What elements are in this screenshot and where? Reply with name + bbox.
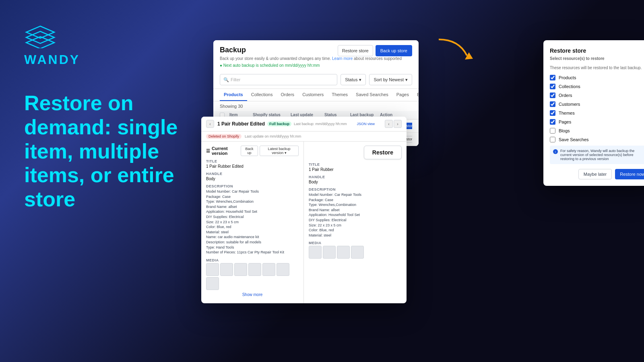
next-button[interactable]: › <box>394 120 402 128</box>
collections-label: Collections <box>559 84 580 89</box>
current-version-title: ☰ Current version <box>206 146 241 156</box>
left-title-value: 1 Pair Rubber Edited <box>206 164 299 169</box>
collections-checkbox[interactable] <box>550 84 555 89</box>
resource-save-searches: Save Searches <box>550 137 644 142</box>
tab-customers[interactable]: Customers <box>298 89 328 101</box>
restore-store-button[interactable]: Restore store <box>338 45 373 56</box>
right-panel: Backup Restore store Back up store Back … <box>201 0 644 362</box>
backup-subtitle: Back up your store easily & undo unwante… <box>220 56 412 61</box>
detail-subheader: Deleted on Shopify Last update on mm/dd/… <box>201 132 407 142</box>
compare-grid: ☰ Current version Back up Latest backup … <box>201 142 407 303</box>
json-view-button[interactable]: JSON view <box>357 122 375 126</box>
table-showing: Showing 30 <box>213 101 419 111</box>
backup-this-btn[interactable]: Back up <box>241 146 258 156</box>
current-version-header: ☰ Current version Back up Latest backup … <box>206 146 299 156</box>
restore-now-button[interactable]: Restore now <box>615 169 644 179</box>
modal-close-button[interactable]: ✕ <box>642 47 644 55</box>
curved-arrow <box>435 35 475 68</box>
show-more-link[interactable]: Show more <box>206 290 299 299</box>
left-panel: WANDY Restore on demand: single item, mu… <box>0 0 221 362</box>
media-thumb <box>277 263 289 276</box>
detail-title: 1 Pair Rubber Edited <box>217 121 265 127</box>
resource-pages: Pages <box>550 119 644 125</box>
modal-footer: Maybe later Restore now <box>550 169 644 179</box>
media-thumb <box>309 246 322 259</box>
modal-title: Restore store <box>550 47 586 54</box>
detail-last-backup: Last backup: mm/dd/yyyy hh:mm <box>294 122 347 126</box>
right-description-label: DESCRIPTION <box>309 187 402 191</box>
status-dropdown[interactable]: Status ▾ <box>341 74 366 85</box>
tab-products[interactable]: Products <box>220 89 247 101</box>
maybe-later-button[interactable]: Maybe later <box>578 169 612 179</box>
left-title-label: TITLE <box>206 159 299 163</box>
right-handle-label: HANDLE <box>309 175 402 179</box>
svg-marker-1 <box>26 31 54 43</box>
sort-dropdown[interactable]: Sort by Newest ▾ <box>369 74 412 85</box>
media-thumb <box>234 263 247 276</box>
media-thumb <box>206 263 219 276</box>
tabs-row: Products Collections Orders Customers Th… <box>213 89 419 101</box>
prev-button[interactable]: ‹ <box>385 120 393 128</box>
nav-buttons: ‹ › <box>385 120 402 128</box>
wandy-logo-icon <box>24 24 56 48</box>
left-description-value: Model Number: Car Repair Tools Package: … <box>206 189 299 255</box>
filter-input[interactable]: 🔍 Filter <box>220 74 337 85</box>
media-thumb <box>351 246 364 259</box>
left-media-grid <box>206 263 299 290</box>
backup-version-header: Restore <box>309 146 402 159</box>
products-checkbox[interactable] <box>550 75 555 80</box>
customers-checkbox[interactable] <box>550 101 555 107</box>
left-handle-label: HANDLE <box>206 172 299 176</box>
detail-window: ‹ 1 Pair Rubber Edited Full backup Last … <box>201 117 407 303</box>
blogs-checkbox[interactable] <box>550 128 555 134</box>
hero-text: Restore on demand: single item, multiple… <box>24 91 197 212</box>
tab-themes[interactable]: Themes <box>328 89 352 101</box>
media-thumb <box>206 277 219 290</box>
backup-store-button[interactable]: Back up store <box>376 45 412 56</box>
themes-label: Themes <box>559 111 575 115</box>
products-label: Products <box>559 75 576 80</box>
last-update-text: Last update on mm/dd/yyyy hh:mm <box>245 134 301 138</box>
right-title-label: TITLE <box>309 162 402 167</box>
themes-checkbox[interactable] <box>550 110 555 116</box>
right-handle-value: Body <box>309 180 402 184</box>
latest-backup-btn[interactable]: Latest backup version ▾ <box>260 146 299 156</box>
resource-orders: Orders <box>550 93 644 98</box>
customers-label: Customers <box>559 102 580 107</box>
restore-store-modal: Restore store ✕ Select resource(s) to re… <box>543 40 644 186</box>
backup-window-title: Backup <box>220 46 246 54</box>
next-backup-info: ● Next auto backup is scheduled on mm/dd… <box>220 63 412 68</box>
resource-customers: Customers <box>550 101 644 107</box>
orders-label: Orders <box>559 93 572 98</box>
tab-pages[interactable]: Pages <box>392 89 413 101</box>
left-handle-value: Body <box>206 177 299 181</box>
orders-checkbox[interactable] <box>550 93 555 98</box>
left-media-label: MEDIA <box>206 258 299 262</box>
current-version-actions: Back up Latest backup version ▾ <box>241 146 299 156</box>
left-description-label: DESCRIPTION <box>206 184 299 188</box>
pages-checkbox[interactable] <box>550 119 555 125</box>
detail-header: ‹ 1 Pair Rubber Edited Full backup Last … <box>201 117 407 132</box>
media-thumb <box>248 263 261 276</box>
restore-big-button[interactable]: Restore <box>364 146 402 159</box>
blogs-label: Blogs <box>559 128 570 133</box>
right-media-label: MEDIA <box>309 241 402 245</box>
modal-description: These resources will be restored to the … <box>550 66 644 70</box>
tab-collections[interactable]: Collections <box>247 89 277 101</box>
tab-blogs[interactable]: Blogs <box>413 89 419 101</box>
window-toolbar: 🔍 Filter Status ▾ Sort by Newest ▾ <box>220 71 412 88</box>
learn-more-link[interactable]: Learn more <box>332 56 353 61</box>
right-title-value: 1 Pair Rubber <box>309 167 402 172</box>
right-media-grid <box>309 246 402 259</box>
detail-title-badge: Full backup <box>267 121 291 126</box>
save-searches-checkbox[interactable] <box>550 137 555 142</box>
media-thumb <box>337 246 350 259</box>
tab-orders[interactable]: Orders <box>277 89 299 101</box>
save-searches-label: Save Searches <box>559 137 589 142</box>
deleted-badge: Deleted on Shopify <box>206 134 242 139</box>
resource-blogs: Blogs <box>550 128 644 134</box>
logo-area: WANDY <box>24 24 197 67</box>
modal-header: Restore store ✕ <box>550 47 644 55</box>
tab-saved-searches[interactable]: Saved Searches <box>352 89 392 101</box>
back-button[interactable]: ‹ <box>206 120 214 128</box>
